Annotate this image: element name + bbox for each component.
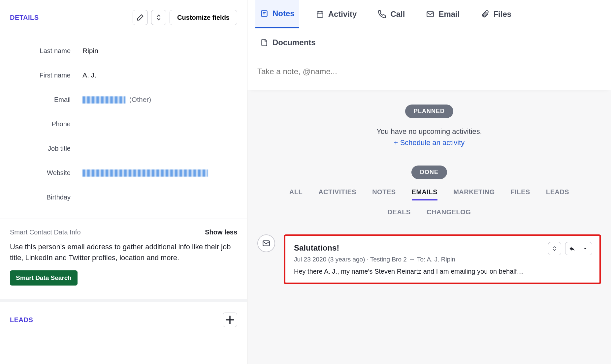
smart-data-search-button[interactable]: Smart Data Search	[10, 270, 78, 286]
birthday-label: Birthday	[10, 194, 82, 201]
svg-rect-1	[317, 12, 323, 17]
expand-collapse-button[interactable]	[151, 10, 166, 25]
tab-label: Activity	[328, 10, 357, 19]
filter-leads[interactable]: LEADS	[546, 188, 569, 200]
caret-down-icon	[582, 246, 588, 252]
tab-email[interactable]: Email	[421, 0, 464, 28]
phone-label: Phone	[10, 120, 82, 128]
filter-activities[interactable]: ACTIVITIES	[318, 188, 356, 200]
reply-button[interactable]	[565, 246, 579, 252]
tab-notes[interactable]: Notes	[255, 0, 299, 28]
smart-data-description: Use this person's email address to gathe…	[10, 241, 237, 263]
email-subject: Salutations!	[294, 243, 591, 253]
email-expand-button[interactable]	[548, 242, 561, 255]
filter-all[interactable]: ALL	[289, 188, 303, 200]
paperclip-icon	[481, 10, 489, 18]
website-label: Website	[10, 169, 82, 177]
chevron-updown-icon	[155, 14, 162, 21]
first-name-label: First name	[10, 72, 82, 79]
email-preview: Hey there A. J., my name's Steven Reinar…	[294, 268, 591, 275]
tab-files[interactable]: Files	[476, 0, 516, 28]
redacted-email	[82, 96, 125, 104]
pencil-icon	[137, 14, 144, 21]
redacted-website	[82, 169, 208, 177]
first-name-value[interactable]: A. J.	[82, 71, 96, 79]
envelope-icon	[426, 10, 434, 18]
calendar-icon	[316, 10, 324, 18]
planned-pill: PLANNED	[405, 105, 453, 118]
last-name-label: Last name	[10, 47, 82, 55]
last-name-value[interactable]: Ripin	[82, 47, 98, 55]
customize-fields-button[interactable]: Customize fields	[170, 10, 237, 25]
schedule-activity-link[interactable]: + Schedule an activity	[257, 138, 601, 147]
tab-call[interactable]: Call	[373, 0, 409, 28]
details-heading: DETAILS	[10, 14, 39, 21]
email-timeline-icon	[257, 234, 275, 252]
tab-label: Notes	[273, 9, 295, 18]
filter-marketing[interactable]: MARKETING	[453, 188, 495, 200]
email-from: Testing Bro 2	[370, 256, 407, 263]
email-value[interactable]: (Other)	[82, 96, 151, 104]
reply-icon	[569, 246, 575, 252]
email-reply-split-button[interactable]	[565, 242, 592, 255]
filter-files[interactable]: FILES	[511, 188, 530, 200]
no-activities-text: You have no upcoming activities.	[257, 127, 601, 136]
job-title-label: Job title	[10, 145, 82, 152]
done-pill: DONE	[411, 166, 447, 179]
add-lead-button[interactable]	[223, 313, 237, 327]
email-date: Jul 23 2020 (3 years ago)	[294, 256, 365, 263]
leads-heading: LEADS	[10, 316, 33, 324]
email-card[interactable]: Salutations! Jul 23 2020 (3 years ago) ·…	[284, 234, 601, 284]
email-type-tag: (Other)	[129, 96, 151, 103]
email-to-label: To:	[417, 256, 425, 263]
plus-icon	[223, 313, 237, 327]
filter-notes[interactable]: NOTES	[372, 188, 396, 200]
tab-activity[interactable]: Activity	[311, 0, 362, 28]
filter-deals[interactable]: DEALS	[388, 208, 411, 219]
tab-label: Email	[438, 10, 460, 19]
phone-icon	[378, 10, 386, 18]
filter-emails[interactable]: EMAILS	[412, 188, 438, 200]
website-value[interactable]	[82, 169, 208, 177]
smart-data-heading: Smart Contact Data Info	[10, 228, 81, 236]
edit-button[interactable]	[133, 10, 148, 25]
email-meta: Jul 23 2020 (3 years ago) · Testing Bro …	[294, 256, 591, 263]
tab-label: Files	[493, 10, 511, 19]
tab-label: Documents	[273, 38, 316, 47]
email-to: A. J. Ripin	[427, 256, 455, 263]
chevron-updown-icon	[552, 246, 558, 252]
email-label: Email	[10, 96, 82, 104]
tab-label: Call	[390, 10, 405, 19]
show-less-toggle[interactable]: Show less	[205, 228, 237, 236]
reply-dropdown[interactable]	[579, 246, 592, 252]
tab-documents[interactable]: Documents	[255, 28, 320, 57]
note-icon	[260, 9, 269, 18]
filter-changelog[interactable]: CHANGELOG	[427, 208, 471, 219]
envelope-icon	[262, 239, 271, 248]
note-input[interactable]	[257, 67, 601, 76]
document-icon	[260, 38, 269, 47]
